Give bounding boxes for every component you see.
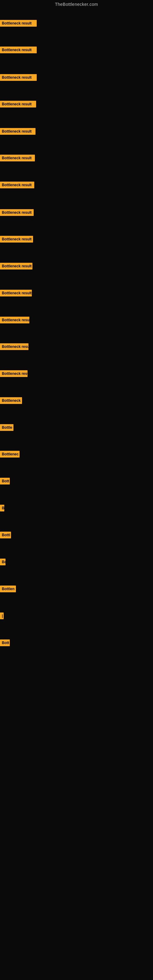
bottleneck-result-label: Bottleneck result [0, 209, 33, 216]
bottleneck-result-label: Bottleneck result [0, 155, 35, 161]
bottleneck-result-label: Bottleneck result [0, 181, 34, 188]
bottleneck-result-label: | [0, 612, 4, 619]
bottleneck-result-label: Bottleneck result [0, 263, 32, 269]
bottleneck-result-label: Bottlen [0, 585, 16, 592]
bottleneck-result-label: Bott [0, 640, 10, 646]
bottleneck-result-label: B [0, 505, 4, 511]
bottleneck-result-label: Bottl [0, 531, 11, 538]
bottleneck-result-label: Bottleneck result [0, 46, 37, 53]
bottleneck-result-label: Bottleneck result [0, 101, 36, 108]
bottleneck-result-label: Bottleneck resu [0, 317, 29, 323]
bottleneck-result-label: Bottleneck resu [0, 343, 29, 350]
bottleneck-result-label: Bottleneck result [0, 236, 33, 243]
bottleneck-result-label: Bottleneck [0, 397, 22, 404]
bottleneck-result-label: Bott [0, 478, 10, 485]
site-title: TheBottlenecker.com [0, 0, 153, 9]
bottleneck-result-label: Bottleneck result [0, 20, 37, 27]
bottleneck-result-label: Bottleneck result [0, 290, 32, 296]
bottleneck-result-label: Bo [0, 558, 5, 565]
bottleneck-result-label: Bottleneck result [0, 128, 35, 135]
bottleneck-result-label: Bottle [0, 424, 13, 431]
bottleneck-result-label: Bottleneck result [0, 74, 37, 81]
bottleneck-result-label: Bottlenec [0, 451, 19, 458]
bottleneck-result-label: Bottleneck resu [0, 370, 27, 377]
